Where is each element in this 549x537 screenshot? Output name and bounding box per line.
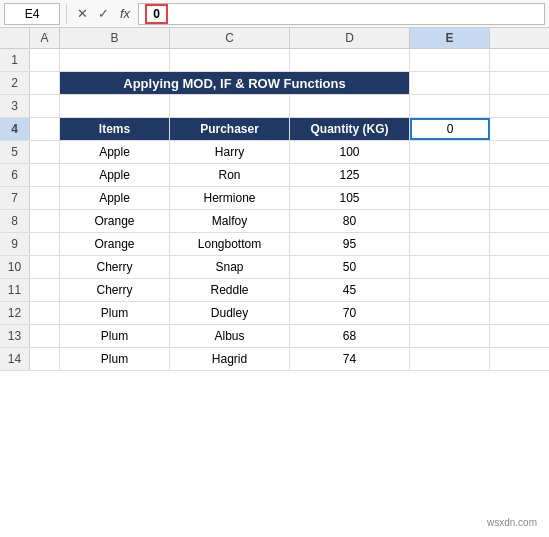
cell-12-b[interactable]: Plum — [60, 302, 170, 324]
cell-6-d[interactable]: 125 — [290, 164, 410, 186]
cell-3-a[interactable] — [30, 95, 60, 117]
cell-11-a[interactable] — [30, 279, 60, 301]
cell-2-a[interactable] — [30, 72, 60, 94]
col-header-d[interactable]: D — [290, 28, 410, 48]
cell-7-c[interactable]: Hermione — [170, 187, 290, 209]
cell-1-d[interactable] — [290, 49, 410, 71]
cell-14-d[interactable]: 74 — [290, 348, 410, 370]
header-cell-b[interactable]: Items — [60, 118, 170, 140]
row-header-3[interactable]: 3 — [0, 95, 30, 117]
cell-10-c[interactable]: Snap — [170, 256, 290, 278]
cell-9-b[interactable]: Orange — [60, 233, 170, 255]
cell-3-d[interactable] — [290, 95, 410, 117]
col-header-a[interactable]: A — [30, 28, 60, 48]
cell-11-d[interactable]: 45 — [290, 279, 410, 301]
cell-14-a[interactable] — [30, 348, 60, 370]
cell-9-d[interactable]: 95 — [290, 233, 410, 255]
cell-11-e[interactable] — [410, 279, 490, 301]
cell-9-e[interactable] — [410, 233, 490, 255]
cell-13-c[interactable]: Albus — [170, 325, 290, 347]
cell-2-e[interactable] — [410, 72, 490, 94]
col-header-e[interactable]: E — [410, 28, 490, 48]
cell-7-e[interactable] — [410, 187, 490, 209]
table-row: 2Applying MOD, IF & ROW Functions — [0, 72, 549, 95]
sheet-body: 12Applying MOD, IF & ROW Functions34Item… — [0, 49, 549, 537]
table-row: 8OrangeMalfoy80 — [0, 210, 549, 233]
cell-8-e[interactable] — [410, 210, 490, 232]
table-row: 11CherryReddle45 — [0, 279, 549, 302]
row-header-2[interactable]: 2 — [0, 72, 30, 94]
col-header-b[interactable]: B — [60, 28, 170, 48]
cell-6-a[interactable] — [30, 164, 60, 186]
excel-window: E4 ✕ ✓ fx 0 A B C D E 12Applying MOD, IF… — [0, 0, 549, 537]
cell-13-b[interactable]: Plum — [60, 325, 170, 347]
col-header-c[interactable]: C — [170, 28, 290, 48]
column-headers: A B C D E — [0, 28, 549, 49]
cell-13-e[interactable] — [410, 325, 490, 347]
cell-8-c[interactable]: Malfoy — [170, 210, 290, 232]
formula-input[interactable]: 0 — [138, 3, 545, 25]
cell-e4-selected[interactable]: 0 — [410, 118, 490, 140]
cell-4-a[interactable] — [30, 118, 60, 140]
row-header-6[interactable]: 6 — [0, 164, 30, 186]
row-header-8[interactable]: 8 — [0, 210, 30, 232]
cell-5-a[interactable] — [30, 141, 60, 163]
cell-13-a[interactable] — [30, 325, 60, 347]
cell-10-e[interactable] — [410, 256, 490, 278]
row-header-7[interactable]: 7 — [0, 187, 30, 209]
cell-12-c[interactable]: Dudley — [170, 302, 290, 324]
cell-7-a[interactable] — [30, 187, 60, 209]
cell-14-b[interactable]: Plum — [60, 348, 170, 370]
cell-5-b[interactable]: Apple — [60, 141, 170, 163]
row-header-4[interactable]: 4 — [0, 118, 30, 140]
cell-5-e[interactable] — [410, 141, 490, 163]
cell-13-d[interactable]: 68 — [290, 325, 410, 347]
cell-8-a[interactable] — [30, 210, 60, 232]
row-header-1[interactable]: 1 — [0, 49, 30, 71]
table-row: 7AppleHermione105 — [0, 187, 549, 210]
cell-6-c[interactable]: Ron — [170, 164, 290, 186]
row-header-9[interactable]: 9 — [0, 233, 30, 255]
cell-10-a[interactable] — [30, 256, 60, 278]
cell-10-b[interactable]: Cherry — [60, 256, 170, 278]
cell-6-e[interactable] — [410, 164, 490, 186]
table-row: 5AppleHarry100 — [0, 141, 549, 164]
cell-12-a[interactable] — [30, 302, 60, 324]
cell-8-d[interactable]: 80 — [290, 210, 410, 232]
cancel-icon[interactable]: ✕ — [73, 5, 91, 23]
cell-1-e[interactable] — [410, 49, 490, 71]
row-header-14[interactable]: 14 — [0, 348, 30, 370]
cell-9-a[interactable] — [30, 233, 60, 255]
header-cell-c[interactable]: Purchaser — [170, 118, 290, 140]
cell-14-c[interactable]: Hagrid — [170, 348, 290, 370]
cell-1-b[interactable] — [60, 49, 170, 71]
confirm-icon[interactable]: ✓ — [94, 5, 112, 23]
cell-1-c[interactable] — [170, 49, 290, 71]
fx-label: fx — [120, 6, 130, 21]
row-header-11[interactable]: 11 — [0, 279, 30, 301]
cell-3-e[interactable] — [410, 95, 490, 117]
cell-8-b[interactable]: Orange — [60, 210, 170, 232]
cell-3-c[interactable] — [170, 95, 290, 117]
cell-5-c[interactable]: Harry — [170, 141, 290, 163]
cell-6-b[interactable]: Apple — [60, 164, 170, 186]
cell-7-b[interactable]: Apple — [60, 187, 170, 209]
row-header-12[interactable]: 12 — [0, 302, 30, 324]
row-header-10[interactable]: 10 — [0, 256, 30, 278]
cell-14-e[interactable] — [410, 348, 490, 370]
cell-reference-box[interactable]: E4 — [4, 3, 60, 25]
cell-11-b[interactable]: Cherry — [60, 279, 170, 301]
cell-3-b[interactable] — [60, 95, 170, 117]
cell-7-d[interactable]: 105 — [290, 187, 410, 209]
row-header-5[interactable]: 5 — [0, 141, 30, 163]
cell-9-c[interactable]: Longbottom — [170, 233, 290, 255]
cell-12-d[interactable]: 70 — [290, 302, 410, 324]
cell-10-d[interactable]: 50 — [290, 256, 410, 278]
cell-12-e[interactable] — [410, 302, 490, 324]
formula-bar: E4 ✕ ✓ fx 0 — [0, 0, 549, 28]
cell-1-a[interactable] — [30, 49, 60, 71]
cell-11-c[interactable]: Reddle — [170, 279, 290, 301]
row-header-13[interactable]: 13 — [0, 325, 30, 347]
cell-5-d[interactable]: 100 — [290, 141, 410, 163]
header-cell-d[interactable]: Quantity (KG) — [290, 118, 410, 140]
